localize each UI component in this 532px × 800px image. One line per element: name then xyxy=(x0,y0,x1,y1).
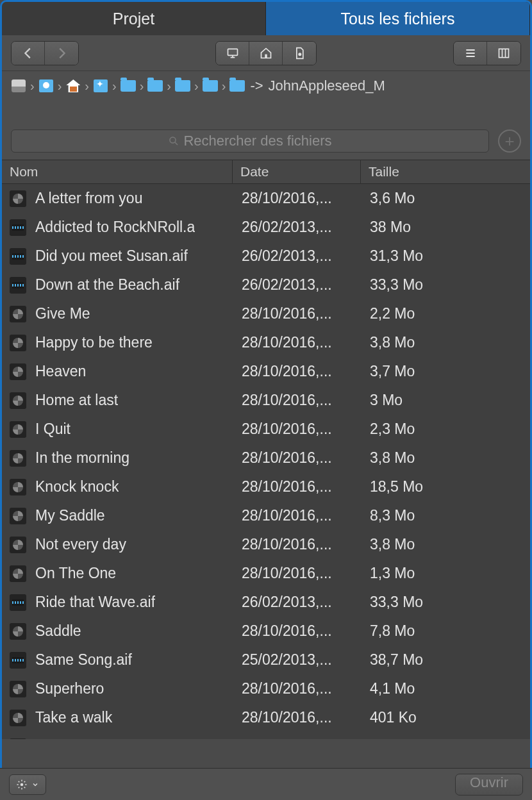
chevron-right-icon: › xyxy=(140,79,144,94)
home-icon xyxy=(260,47,272,60)
file-size: 1,3 Mo xyxy=(361,565,530,582)
file-size: 3,8 Mo xyxy=(361,536,530,553)
file-size: 7,8 Mo xyxy=(361,622,530,640)
footer: Ouvrir xyxy=(0,768,532,800)
file-name: Home at last xyxy=(35,392,118,409)
search-row: Rechercher des fichiers + xyxy=(2,122,530,160)
breadcrumb[interactable]: › › › › › › › › -> JohnAppleseed_M xyxy=(2,71,530,101)
view-buttons xyxy=(453,41,521,65)
chevron-right-icon: › xyxy=(58,79,62,94)
table-row[interactable]: Heaven28/10/2016,...3,7 Mo xyxy=(2,357,530,386)
table-row[interactable]: Superhero28/10/2016,...4,1 Mo xyxy=(2,674,530,703)
tab-all-files[interactable]: Tous les fichiers xyxy=(266,2,530,35)
audio-file-icon xyxy=(10,652,26,669)
table-row[interactable]: The Best Things.aif26/02/2013,...43,4 Mo xyxy=(2,732,530,739)
table-row[interactable]: Same Song.aif25/02/2013,...38,7 Mo xyxy=(2,646,530,674)
nav-buttons xyxy=(11,41,79,65)
file-date: 28/10/2016,... xyxy=(233,536,361,553)
table-row[interactable]: On The One28/10/2016,...1,3 Mo xyxy=(2,559,530,588)
project-file-icon xyxy=(10,392,26,409)
file-size: 38 Mo xyxy=(361,219,530,236)
breadcrumb-arrow: -> xyxy=(250,78,263,94)
column-size[interactable]: Taille xyxy=(361,160,530,183)
table-row[interactable]: Down at the Beach.aif26/02/2013,...33,3 … xyxy=(2,271,530,299)
tab-project[interactable]: Projet xyxy=(2,2,266,35)
table-row[interactable]: Ride that Wave.aif26/02/2013,...33,3 Mo xyxy=(2,588,530,617)
file-date: 28/10/2016,... xyxy=(233,622,361,640)
table-row[interactable]: Home at last28/10/2016,...3 Mo xyxy=(2,386,530,415)
table-row[interactable]: In the morning28/10/2016,...3,8 Mo xyxy=(2,444,530,472)
folder-icon xyxy=(203,79,218,92)
table-row[interactable]: Happy to be there28/10/2016,...3,8 Mo xyxy=(2,328,530,357)
folder-icon xyxy=(121,79,136,92)
home-folder-icon xyxy=(65,79,81,92)
chevron-right-icon: › xyxy=(112,79,117,94)
chevron-right-icon: › xyxy=(167,79,171,94)
file-size: 38,7 Mo xyxy=(361,651,530,669)
table-row[interactable]: I Quit28/10/2016,...2,3 Mo xyxy=(2,415,530,444)
open-button[interactable]: Ouvrir xyxy=(455,774,523,796)
file-date: 28/10/2016,... xyxy=(233,507,361,524)
chevron-left-icon xyxy=(21,46,35,60)
file-size: 33,3 Mo xyxy=(361,594,530,611)
forward-button[interactable] xyxy=(45,42,78,65)
file-date: 26/02/2013,... xyxy=(233,738,361,739)
column-view-button[interactable] xyxy=(487,42,520,65)
svg-rect-3 xyxy=(499,49,509,57)
project-file-icon xyxy=(10,363,26,380)
column-date[interactable]: Date xyxy=(233,160,361,183)
file-name: Superhero xyxy=(35,680,104,697)
svg-point-4 xyxy=(170,137,176,143)
file-size: 3,7 Mo xyxy=(361,363,530,380)
document-icon xyxy=(293,47,306,60)
tab-all-files-label: Tous les fichiers xyxy=(341,10,455,28)
svg-rect-1 xyxy=(265,54,267,58)
table-row[interactable]: Take a walk28/10/2016,...401 Ko xyxy=(2,703,530,732)
file-name: Happy to be there xyxy=(35,334,153,351)
project-file-icon xyxy=(10,479,26,496)
file-name: In the morning xyxy=(35,449,129,467)
table-row[interactable]: Not every day28/10/2016,...3,8 Mo xyxy=(2,530,530,559)
svg-point-5 xyxy=(21,783,24,786)
search-icon xyxy=(168,135,179,147)
chevron-right-icon: › xyxy=(85,79,89,94)
file-name: The Best Things.aif xyxy=(35,738,162,739)
chevron-down-icon xyxy=(31,781,39,788)
audio-file-icon xyxy=(10,248,26,265)
project-file-icon xyxy=(10,623,26,640)
add-button[interactable]: + xyxy=(498,129,521,153)
back-button[interactable] xyxy=(12,42,45,65)
file-date: 28/10/2016,... xyxy=(233,392,361,409)
file-name: Not every day xyxy=(35,536,126,553)
table-row[interactable]: A letter from you28/10/2016,...3,6 Mo xyxy=(2,184,530,213)
table-row[interactable]: Addicted to RockNRoll.a26/02/2013,...38 … xyxy=(2,213,530,242)
table-row[interactable]: My Saddle28/10/2016,...8,3 Mo xyxy=(2,501,530,530)
dropbox-folder-icon xyxy=(93,79,108,92)
chevron-right-icon: › xyxy=(222,79,226,94)
file-name: Knock knock xyxy=(35,478,119,496)
file-name: Did you meet Susan.aif xyxy=(35,247,188,265)
file-date: 26/02/2013,... xyxy=(233,247,361,265)
file-name: I Quit xyxy=(35,421,71,438)
table-row[interactable]: Saddle28/10/2016,...7,8 Mo xyxy=(2,617,530,646)
project-file-icon xyxy=(10,421,26,438)
home-button[interactable] xyxy=(249,42,283,65)
column-name[interactable]: Nom xyxy=(2,160,233,183)
computer-button[interactable] xyxy=(216,42,249,65)
gear-icon xyxy=(16,779,28,790)
search-input[interactable]: Rechercher des fichiers xyxy=(11,129,489,153)
table-row[interactable]: Did you meet Susan.aif26/02/2013,...31,3… xyxy=(2,242,530,271)
file-name: Ride that Wave.aif xyxy=(35,594,155,611)
chevron-right-icon: › xyxy=(30,79,35,94)
table-row[interactable]: Give Me28/10/2016,...2,2 Mo xyxy=(2,299,530,328)
file-date: 28/10/2016,... xyxy=(233,709,361,726)
file-list[interactable]: A letter from you28/10/2016,...3,6 MoAdd… xyxy=(2,184,530,739)
file-name: Addicted to RockNRoll.a xyxy=(35,219,195,236)
tab-bar: Projet Tous les fichiers xyxy=(2,2,530,35)
table-header: Nom Date Taille xyxy=(2,160,530,184)
table-row[interactable]: Knock knock28/10/2016,...18,5 Mo xyxy=(2,472,530,501)
action-menu-button[interactable] xyxy=(9,774,46,795)
project-file-icon xyxy=(10,537,26,553)
project-location-button[interactable] xyxy=(283,42,316,65)
list-view-button[interactable] xyxy=(454,42,487,65)
